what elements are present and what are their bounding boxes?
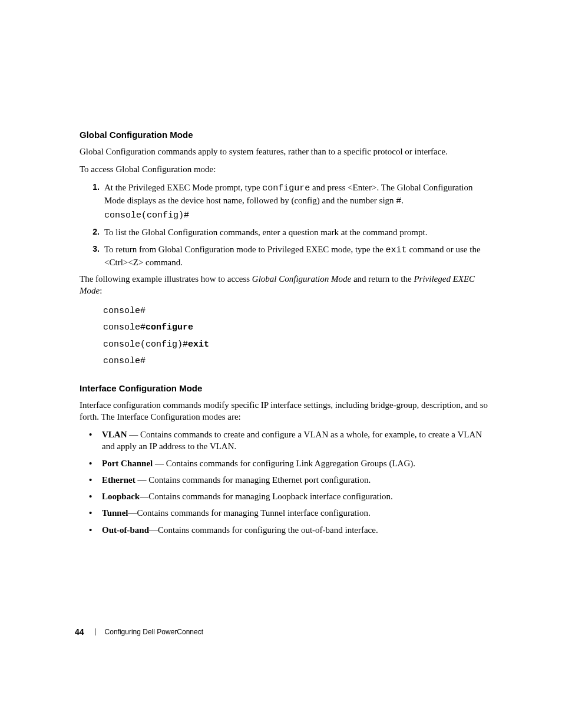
list-item: • VLAN — Contains commands to create and…	[80, 429, 491, 453]
footer-title: Configuring Dell PowerConnect	[105, 628, 203, 636]
section-global-config: Global Configuration Mode Global Configu…	[80, 130, 491, 370]
bullet-list: • VLAN — Contains commands to create and…	[80, 429, 491, 536]
paragraph: Interface configuration commands modify …	[80, 399, 491, 423]
page-footer: 44 Configuring Dell PowerConnect	[75, 627, 203, 637]
paragraph: The following example illustrates how to…	[80, 273, 491, 297]
bullet-icon: •	[89, 457, 102, 469]
italic-text: Global Configuration Mode	[252, 274, 351, 284]
code-inline: configure	[262, 183, 310, 193]
bullet-icon: •	[89, 429, 102, 453]
code-line: console(config)#	[104, 210, 491, 222]
heading-global-config: Global Configuration Mode	[80, 130, 491, 140]
code-line: console#configure	[103, 319, 491, 337]
ordered-steps: 1. At the Privileged EXEC Mode prompt, t…	[80, 182, 491, 269]
code-line: console#	[103, 303, 491, 320]
section-interface-config: Interface Configuration Mode Interface c…	[80, 383, 491, 536]
step-text: At the Privileged EXEC Mode prompt, type…	[104, 182, 491, 222]
step-item: 2. To list the Global Configuration comm…	[80, 226, 491, 238]
code-line: console#	[103, 353, 491, 370]
bullet-icon: •	[89, 524, 102, 536]
bullet-icon: •	[89, 474, 102, 486]
step-item: 3. To return from Global Configuration m…	[80, 243, 491, 269]
list-item: • Loopback—Contains commands for managin…	[80, 490, 491, 502]
bullet-icon: •	[89, 490, 102, 502]
list-item: • Ethernet — Contains commands for manag…	[80, 474, 491, 486]
heading-interface-config: Interface Configuration Mode	[80, 383, 491, 393]
step-text: To return from Global Configuration mode…	[104, 243, 491, 269]
step-number: 3.	[83, 243, 104, 269]
step-text: To list the Global Configuration command…	[104, 226, 491, 238]
code-inline: #	[396, 196, 401, 206]
page-content: Global Configuration Mode Global Configu…	[0, 0, 562, 536]
bullet-icon: •	[89, 507, 102, 519]
list-item: • Out-of-band—Contains commands for conf…	[80, 524, 491, 536]
code-block: console# console#configure console(confi…	[103, 303, 491, 370]
step-number: 1.	[83, 182, 104, 222]
page-number: 44	[75, 627, 84, 637]
list-item: • Tunnel—Contains commands for managing …	[80, 507, 491, 519]
footer-separator	[95, 628, 95, 635]
paragraph: Global Configuration commands apply to s…	[80, 146, 491, 157]
code-inline: exit	[386, 245, 407, 255]
step-item: 1. At the Privileged EXEC Mode prompt, t…	[80, 182, 491, 222]
code-line: console(config)#exit	[103, 337, 491, 354]
paragraph: To access Global Configuration mode:	[80, 163, 491, 175]
step-number: 2.	[83, 226, 104, 238]
list-item: • Port Channel — Contains commands for c…	[80, 457, 491, 469]
